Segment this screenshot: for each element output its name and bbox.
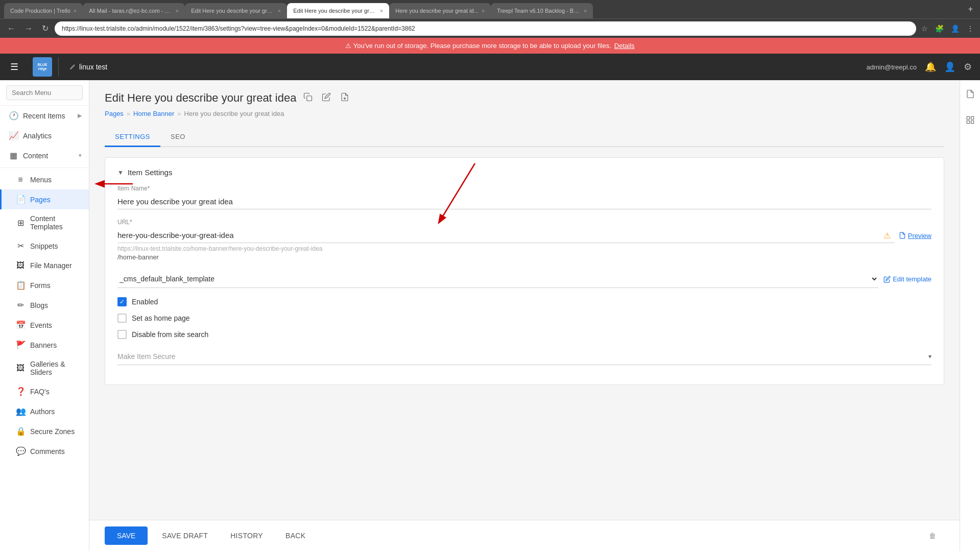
sidebar-item-pages[interactable]: 📄 Pages	[0, 189, 89, 209]
recent-icon: 🕐	[9, 111, 18, 121]
sidebar-item-file-manager[interactable]: 🖼 File Manager	[0, 256, 89, 275]
content-arrow-icon: ▾	[79, 152, 82, 159]
forward-nav-button[interactable]: →	[21, 23, 36, 34]
checkbox-home-page[interactable]: Set as home page	[117, 314, 931, 323]
sidebar-item-galleries[interactable]: 🖼 Galleries & Sliders	[0, 355, 89, 381]
sidebar-item-content-templates[interactable]: ⊞ Content Templates	[0, 209, 89, 236]
tab-close-tab4[interactable]: ×	[380, 8, 383, 14]
sidebar-item-snippets[interactable]: ✂ Snippets	[0, 236, 89, 256]
export-button[interactable]	[338, 90, 351, 106]
sidebar-item-authors[interactable]: 👥 Authors	[0, 401, 89, 421]
url-warning-icon: ⚠	[883, 231, 891, 241]
save-draft-button[interactable]: SAVE DRAFT	[154, 526, 216, 545]
template-row: _cms_default_blank_template Edit templat…	[117, 270, 931, 288]
hamburger-menu-button[interactable]: ☰	[8, 59, 20, 75]
sidebar-item-menus[interactable]: ≡ Menus	[0, 170, 89, 189]
recent-arrow-icon: ▶	[78, 112, 82, 119]
browser-tab-tab2[interactable]: All Mail - taras.r@ez-bc.com - E...×	[83, 3, 185, 18]
browser-chrome: Code Production | Trello×All Mail - tara…	[0, 0, 980, 18]
back-nav-button[interactable]: ←	[4, 23, 18, 34]
checkbox-home-page-label: Set as home page	[132, 314, 190, 322]
menu-btn[interactable]: ⋮	[965, 23, 976, 34]
checkbox-group: Enabled Set as home page Disable from si…	[117, 297, 931, 339]
topbar-right: admin@treepl.co 🔔 👤 ⚙	[867, 61, 972, 73]
breadcrumb-pages[interactable]: Pages	[105, 110, 124, 117]
sidebar-item-faqs[interactable]: ❓ FAQ's	[0, 381, 89, 401]
bookmark-btn[interactable]: ☆	[919, 23, 930, 34]
svg-rect-0	[307, 96, 312, 101]
sidebar-item-secure-zones[interactable]: 🔒 Secure Zones	[0, 421, 89, 441]
edit-button[interactable]	[320, 90, 333, 106]
sidebar-item-label-menus: Menus	[30, 176, 82, 184]
tab-title-tab1: Code Production | Trello	[10, 8, 70, 14]
content-icon: ▦	[9, 151, 18, 160]
user-profile-btn[interactable]: 👤	[944, 61, 955, 73]
tab-close-tab1[interactable]: ×	[74, 8, 77, 14]
analytics-icon: 📈	[9, 131, 18, 140]
breadcrumb-home-banner[interactable]: Home Banner	[133, 110, 174, 117]
url-input[interactable]	[117, 228, 895, 243]
history-button[interactable]: HISTORY	[222, 526, 271, 545]
item-name-input[interactable]	[117, 194, 931, 209]
forms-icon: 📋	[16, 280, 25, 290]
sidebar-item-label-faqs: FAQ's	[30, 388, 82, 396]
preview-link[interactable]: Preview	[899, 232, 931, 239]
extensions-btn[interactable]: 🧩	[933, 23, 946, 34]
sidebar-item-comments[interactable]: 💬 Comments	[0, 441, 89, 461]
browser-tab-tab5[interactable]: Here you describe your great id...×	[389, 3, 491, 18]
sidebar-item-label-file-manager: File Manager	[30, 261, 82, 270]
sidebar-item-recent[interactable]: 🕐 Recent Items ▶	[0, 106, 89, 126]
item-name-label: Item Name*	[117, 185, 931, 192]
sidebar-item-blogs[interactable]: ✏ Blogs	[0, 295, 89, 315]
profile-btn[interactable]: 👤	[949, 23, 962, 34]
settings-btn[interactable]: ⚙	[964, 61, 972, 73]
right-panel-pages-btn[interactable]	[963, 86, 978, 104]
notifications-btn[interactable]: 🔔	[925, 61, 936, 73]
save-button[interactable]: SAVE	[105, 526, 148, 545]
sidebar-item-forms[interactable]: 📋 Forms	[0, 275, 89, 295]
sidebar-item-analytics[interactable]: 📈 Analytics	[0, 126, 89, 146]
url-full-display: https://linux-test.trialsite.co/home-ban…	[117, 245, 931, 252]
browser-tab-tab4[interactable]: Edit Here you describe your gre...×	[287, 3, 389, 18]
back-button[interactable]: BACK	[277, 526, 314, 545]
checkbox-disable-search[interactable]: Disable from site search	[117, 330, 931, 339]
tab-seo[interactable]: SEO	[160, 128, 196, 147]
browser-tab-tab3[interactable]: Edit Here you describe your gre...×	[185, 3, 287, 18]
tab-title-tab6: Treepl Team v6.10 Backlog - Boa...	[497, 8, 581, 14]
url-group: URL* ⚠ Preview https://linux-test.tr	[117, 219, 931, 261]
tab-close-tab2[interactable]: ×	[176, 8, 179, 14]
sidebar-item-banners[interactable]: 🚩 Banners	[0, 335, 89, 355]
sidebar-item-label-content: Content	[23, 152, 74, 160]
copy-button[interactable]	[301, 90, 315, 106]
comments-icon: 💬	[16, 446, 25, 456]
tab-title-tab5: Here you describe your great id...	[395, 8, 479, 14]
new-tab-button[interactable]: +	[965, 5, 976, 14]
secure-dropdown-trigger[interactable]: Make Item Secure ▾	[117, 348, 931, 365]
browser-tab-tab6[interactable]: Treepl Team v6.10 Backlog - Boa...×	[491, 3, 593, 18]
url-path-display: /home-banner	[117, 253, 931, 261]
svg-rect-3	[971, 116, 973, 119]
sidebar-item-events[interactable]: 📅 Events	[0, 315, 89, 335]
browser-tab-tab1[interactable]: Code Production | Trello×	[4, 3, 83, 18]
tab-settings[interactable]: SETTINGS	[105, 128, 160, 147]
tab-close-tab5[interactable]: ×	[482, 8, 485, 14]
sidebar-search-input[interactable]	[6, 85, 83, 100]
tab-close-tab6[interactable]: ×	[584, 8, 587, 14]
sidebar-item-label-snippets: Snippets	[30, 242, 82, 250]
secure-label: Make Item Secure	[117, 352, 928, 361]
pages-icon: 📄	[16, 195, 25, 204]
edit-site-icon	[69, 63, 76, 70]
alert-details-link[interactable]: Details	[614, 42, 635, 50]
checkbox-enabled-label: Enabled	[132, 298, 158, 306]
item-settings-header[interactable]: ▼ Item Settings	[117, 168, 931, 177]
checkbox-enabled[interactable]: Enabled	[117, 297, 931, 306]
template-select[interactable]: _cms_default_blank_template	[117, 270, 878, 288]
reload-button[interactable]: ↻	[39, 22, 52, 34]
right-panel-pages-icon	[966, 89, 975, 99]
tab-close-tab3[interactable]: ×	[278, 8, 281, 14]
edit-template-link[interactable]: Edit template	[883, 275, 931, 283]
right-panel-modules-btn[interactable]	[963, 112, 978, 130]
address-input[interactable]	[55, 21, 916, 36]
sidebar-item-content[interactable]: ▦ Content ▾	[0, 146, 89, 165]
delete-button[interactable]: 🗑	[921, 526, 944, 545]
